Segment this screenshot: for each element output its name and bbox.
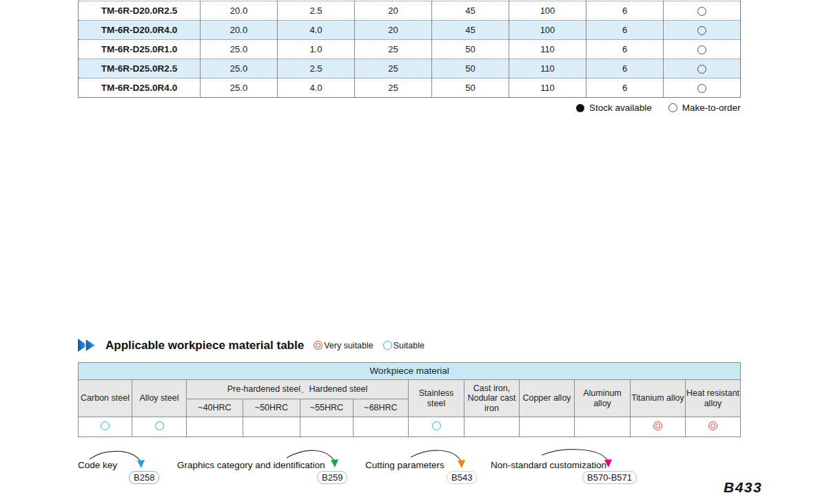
table-row: TM-6R-D25.0R2.525.02.525501106	[79, 59, 741, 78]
value-cell: 100	[509, 1, 586, 21]
value-cell: 6	[586, 1, 664, 21]
make-to-order-icon	[697, 7, 706, 16]
cutting-parameters-badge: B543	[447, 471, 477, 484]
value-cell: 50	[432, 40, 509, 59]
section-header: Applicable workpiece material table Very…	[78, 338, 425, 353]
rating-cell	[243, 417, 300, 437]
value-cell: 6	[586, 40, 664, 59]
value-cell: 50	[432, 78, 509, 98]
make-to-order-icon	[697, 45, 706, 54]
value-cell: 25	[355, 59, 432, 78]
catalog-page: TM-6R-D20.0R2.520.02.520451006TM-6R-D20.…	[0, 0, 818, 504]
rating-cell	[520, 417, 575, 437]
material-column-header: ~50HRC	[243, 399, 300, 417]
very-suitable-icon	[708, 421, 717, 430]
material-column-header: Stainless steel	[409, 380, 464, 417]
material-column-header: Heat resistant alloy	[686, 380, 741, 417]
value-cell: 6	[586, 59, 664, 78]
value-cell: 45	[432, 21, 509, 40]
value-cell: 110	[509, 78, 586, 98]
value-cell: 4.0	[278, 78, 355, 98]
material-column-header: Carbon steel	[79, 380, 132, 417]
code-key-badge: B258	[129, 471, 159, 484]
rating-cell	[79, 417, 132, 437]
value-cell: 100	[509, 21, 586, 40]
material-column-header: Alloy steel	[132, 380, 187, 417]
make-to-order-icon	[697, 65, 706, 74]
very-suitable-label: Very suitable	[324, 341, 374, 350]
value-cell: 20	[355, 1, 432, 21]
make-to-order-icon	[697, 26, 706, 35]
very-suitable-icon	[314, 341, 323, 350]
stock-available-icon	[576, 104, 584, 112]
value-cell: 110	[509, 40, 586, 59]
material-column-header: Copper alloy	[520, 380, 575, 417]
model-cell: TM-6R-D25.0R1.0	[79, 40, 201, 59]
very-suitable-icon	[653, 421, 662, 430]
material-column-header: Pre-hardened steel、Hardened steel	[187, 380, 409, 399]
value-cell: 20	[355, 21, 432, 40]
rating-cell	[464, 417, 520, 437]
material-column-header: Aluminum alloy	[575, 380, 631, 417]
very-suitable-legend: Very suitable	[314, 341, 374, 350]
suitable-icon	[155, 421, 164, 430]
non-standard-customization-label: Non-standard customization	[491, 460, 606, 470]
graphics-category-label: Graphics category and identification	[177, 460, 325, 470]
rating-cell	[409, 417, 464, 437]
value-cell: 25	[355, 78, 432, 98]
value-cell: 25.0	[201, 59, 278, 78]
availability-cell	[664, 78, 741, 98]
value-cell: 25.0	[201, 78, 278, 98]
value-cell: 6	[586, 78, 664, 98]
non-standard-customization-badge: B570-B571	[582, 471, 637, 484]
rating-cell	[300, 417, 354, 437]
value-cell: 6	[586, 21, 664, 40]
rating-cell	[631, 417, 686, 437]
code-key-label: Code key	[78, 460, 117, 470]
material-column-header: ~40HRC	[187, 399, 243, 417]
availability-cell	[664, 59, 741, 78]
value-cell: 25	[355, 40, 432, 59]
double-chevron-icon	[78, 338, 99, 353]
value-cell: 20.0	[201, 1, 278, 21]
make-to-order-icon	[697, 84, 706, 93]
material-column-header: Titanium alloy	[631, 380, 686, 417]
value-cell: 2.5	[278, 59, 355, 78]
table-row: TM-6R-D20.0R4.020.04.020451006	[79, 21, 741, 40]
table-row: TM-6R-D20.0R2.520.02.520451006	[79, 1, 741, 21]
availability-cell	[664, 1, 741, 21]
workpiece-material-title: Workpiece material	[79, 363, 741, 380]
availability-cell	[664, 21, 741, 40]
rating-cell	[686, 417, 741, 437]
material-column-header: Cast iron, Nodular cast iron	[464, 380, 520, 417]
availability-cell	[664, 40, 741, 59]
value-cell: 20.0	[201, 21, 278, 40]
rating-cell	[187, 417, 243, 437]
section-title: Applicable workpiece material table	[105, 339, 304, 353]
suitable-icon	[383, 341, 392, 350]
table-row: TM-6R-D25.0R1.025.01.025501106	[79, 40, 741, 59]
workpiece-material-table: Workpiece material Carbon steelAlloy ste…	[78, 362, 741, 437]
rating-cell	[132, 417, 187, 437]
value-cell: 1.0	[278, 40, 355, 59]
material-column-header: ~55HRC	[300, 399, 354, 417]
make-to-order-icon	[668, 103, 677, 112]
make-to-order-label: Make-to-order	[682, 103, 741, 113]
suitable-icon	[432, 421, 441, 430]
suitable-icon	[101, 421, 110, 430]
spec-table: TM-6R-D20.0R2.520.02.520451006TM-6R-D20.…	[78, 1, 741, 98]
suitable-label: Suitable	[393, 341, 425, 350]
stock-available-label: Stock available	[589, 103, 652, 113]
value-cell: 2.5	[278, 1, 355, 21]
cutting-parameters-label: Cutting parameters	[365, 460, 444, 470]
model-cell: TM-6R-D25.0R2.5	[79, 59, 201, 78]
material-column-header: ~68HRC	[354, 399, 409, 417]
model-cell: TM-6R-D20.0R4.0	[79, 21, 201, 40]
value-cell: 110	[509, 59, 586, 78]
value-cell: 50	[432, 59, 509, 78]
table-row: TM-6R-D25.0R4.025.04.025501106	[79, 78, 741, 98]
value-cell: 25.0	[201, 40, 278, 59]
value-cell: 4.0	[278, 21, 355, 40]
rating-cell	[575, 417, 631, 437]
model-cell: TM-6R-D20.0R2.5	[79, 1, 201, 21]
